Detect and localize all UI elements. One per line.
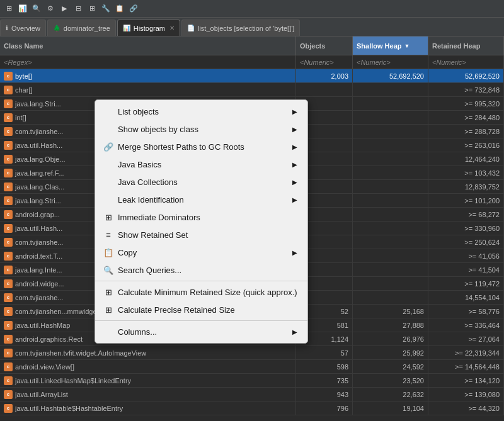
retained-heap-cell: 12,464,240 (428, 152, 504, 166)
menu-item-merge-paths[interactable]: 🔗Merge Shortest Paths to GC Roots (95, 138, 307, 155)
retained-heap-cell: >= 139,080 (428, 388, 504, 401)
menu-item-label-calc-precise: Calculate Precise Retained Size (118, 305, 235, 315)
table-row[interactable]: cbyte[]2,00352,692,52052,692,520 (0, 69, 504, 83)
table-row[interactable]: cjava.util.ArrayList94322,632>= 139,080 (0, 388, 504, 401)
class-name-label: com.tvjianshe... (15, 128, 63, 135)
menu-item-search-queries[interactable]: 🔍Search Queries... (95, 261, 307, 279)
dominator-icon: 🌲 (53, 25, 60, 31)
class-name-label: java.util.HashMap (15, 322, 70, 329)
retained-heap-cell: 52,692,520 (428, 69, 504, 82)
retained-heap-cell: >= 68,272 (428, 208, 504, 221)
shallow-heap-cell: 23,520 (353, 374, 428, 387)
class-name-label: android.widge... (15, 280, 64, 288)
class-type-icon: c (4, 99, 13, 108)
th-retained-heap[interactable]: Retained Heap (428, 36, 504, 55)
toolbar-btn-5[interactable]: ▶ (58, 3, 71, 15)
menu-item-label-list-objects: List objects (118, 107, 159, 116)
table-row[interactable]: cjava.util.LinkedHashMap$LinkedEntry7352… (0, 374, 504, 388)
toolbar-btn-4[interactable]: ⚙ (44, 3, 57, 15)
class-name-label: java.lang.ref.F... (15, 169, 64, 177)
tab-histogram-label: Histogram (134, 25, 165, 32)
toolbar: ⊞ 📊 🔍 ⚙ ▶ ⊟ ⊞ 🔧 📋 🔗 (0, 0, 504, 18)
toolbar-btn-7[interactable]: ⊞ (86, 3, 98, 15)
toolbar-btn-3[interactable]: 🔍 (30, 3, 43, 15)
menu-item-label-immediate-dom: Immediate Dominators (118, 213, 200, 222)
class-type-icon: c (4, 266, 13, 274)
menu-item-calc-min[interactable]: ⊞Calculate Minimum Retained Size (quick … (95, 283, 307, 301)
menu-item-columns[interactable]: Columns... (95, 323, 307, 340)
objects-cell: 796 (296, 401, 353, 415)
tabs-bar: ℹ Overview 🌲 dominator_tree 📊 Histogram … (0, 18, 504, 36)
class-name-label: com.tvjianshe... (15, 294, 63, 301)
class-type-icon: c (4, 224, 13, 233)
shallow-heap-cell (353, 83, 428, 96)
shallow-heap-cell (353, 111, 428, 124)
filter-class[interactable]: <Regex> (0, 55, 296, 69)
filter-retained[interactable]: <Numeric> (428, 55, 504, 69)
table-row[interactable]: ccom.tvjianshen.tvfit.widget.AutoImageVi… (0, 346, 504, 360)
class-name-label: java.util.LinkedHashMap$LinkedEntry (15, 377, 131, 385)
tab-histogram[interactable]: 📊 Histogram ✕ (117, 20, 180, 36)
menu-item-icon-show-by-class (103, 123, 114, 135)
shallow-heap-cell (353, 263, 428, 276)
class-type-icon: c (4, 349, 13, 357)
menu-item-java-collections[interactable]: Java Collections (95, 173, 307, 191)
toolbar-btn-1[interactable]: ⊞ (3, 3, 15, 15)
th-class-name[interactable]: Class Name (0, 36, 296, 55)
retained-heap-cell: >= 41,056 (428, 249, 504, 262)
retained-heap-cell: >= 330,960 (428, 222, 504, 235)
objects-cell: 735 (296, 374, 353, 387)
class-type-icon: c (4, 279, 13, 288)
class-name-label: java.lang.Stri... (15, 100, 61, 108)
toolbar-btn-9[interactable]: 📋 (113, 3, 126, 15)
toolbar-btn-8[interactable]: 🔧 (100, 3, 112, 15)
menu-item-label-show-by-class: Show objects by class (118, 125, 198, 134)
class-name-label: char[] (15, 86, 33, 94)
class-name-label: java.lang.Obje... (15, 155, 66, 163)
shallow-heap-cell (353, 152, 428, 166)
menu-item-calc-precise[interactable]: ⊞Calculate Precise Retained Size (95, 301, 307, 318)
menu-item-icon-calc-min: ⊞ (103, 286, 114, 298)
table-row[interactable]: cchar[]>= 732,848 (0, 83, 504, 97)
class-type-icon: c (4, 404, 13, 413)
retained-heap-cell: >= 101,200 (428, 194, 504, 207)
table-row[interactable]: candroid.view.View[]59824,592>= 14,564,4… (0, 360, 504, 374)
menu-item-icon-show-retained: ≡ (103, 229, 114, 240)
class-type-icon: c (4, 321, 13, 330)
menu-item-list-objects[interactable]: List objects (95, 103, 307, 120)
menu-item-label-merge-paths: Merge Shortest Paths to GC Roots (118, 142, 244, 152)
menu-item-java-basics[interactable]: Java Basics (95, 155, 307, 173)
tab-histogram-close[interactable]: ✕ (169, 25, 175, 31)
menu-item-copy[interactable]: 📋Copy (95, 244, 307, 261)
tab-list-objects[interactable]: 📄 list_objects [selection of 'byte[]'] (181, 20, 300, 36)
toolbar-btn-6[interactable]: ⊟ (72, 3, 84, 15)
menu-separator (95, 320, 307, 321)
table-row[interactable]: cjava.util.Hashtable$HashtableEntry79619… (0, 401, 504, 415)
toolbar-btn-2[interactable]: 📊 (16, 3, 29, 15)
menu-item-label-copy: Copy (118, 248, 137, 257)
retained-heap-cell: >= 14,564,448 (428, 360, 504, 373)
menu-item-show-by-class[interactable]: Show objects by class (95, 120, 307, 138)
menu-item-leak-id[interactable]: Leak Identification (95, 191, 307, 208)
shallow-heap-cell: 52,692,520 (353, 69, 428, 82)
tab-dominator-tree[interactable]: 🌲 dominator_tree (47, 20, 116, 36)
menu-item-immediate-dom[interactable]: ⊞Immediate Dominators (95, 208, 307, 226)
th-objects[interactable]: Objects (296, 36, 353, 55)
class-type-icon: c (4, 127, 13, 136)
list-objects-icon: 📄 (187, 25, 195, 31)
retained-heap-cell: >= 58,776 (428, 305, 504, 318)
class-type-icon: c (4, 252, 13, 261)
menu-item-show-retained[interactable]: ≡Show Retained Set (95, 226, 307, 244)
th-shallow-heap[interactable]: Shallow Heap ▼ (353, 36, 428, 55)
menu-item-icon-java-basics (103, 159, 114, 170)
toolbar-btn-10[interactable]: 🔗 (127, 3, 140, 15)
class-name-label: int[] (15, 114, 26, 121)
tab-overview[interactable]: ℹ Overview (0, 20, 46, 36)
shallow-heap-cell (353, 138, 428, 152)
menu-item-icon-immediate-dom: ⊞ (103, 211, 114, 223)
class-name-label: java.lang.Clas... (15, 183, 64, 191)
table-header: Class Name Objects Shallow Heap ▼ Retain… (0, 36, 504, 55)
retained-heap-cell: >= 27,064 (428, 332, 504, 345)
filter-objects[interactable]: <Numeric> (296, 55, 353, 69)
filter-shallow[interactable]: <Numeric> (353, 55, 428, 69)
